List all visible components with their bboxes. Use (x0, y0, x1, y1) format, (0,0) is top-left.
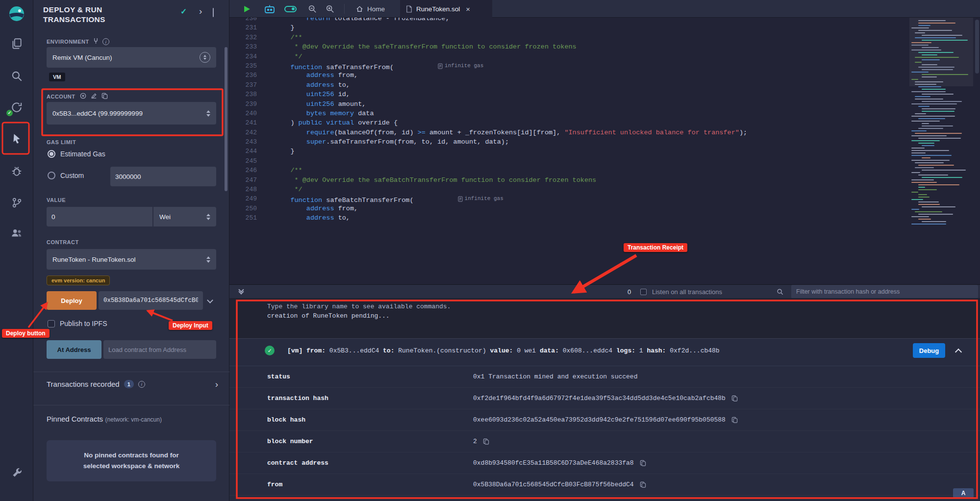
value-input[interactable] (47, 207, 152, 226)
line-number[interactable]: 234 (229, 52, 264, 61)
line-number[interactable]: 245 (229, 156, 264, 166)
copilot-toggle-icon[interactable] (284, 0, 297, 18)
zoom-in-icon[interactable] (326, 0, 334, 18)
line-number[interactable]: 232 (229, 33, 264, 42)
code-line[interactable]: 251 address to, (229, 213, 980, 223)
line-number[interactable]: 248 (229, 185, 264, 194)
code-line[interactable]: 244 } (229, 147, 980, 156)
deploy-button[interactable]: Deploy (47, 291, 97, 310)
collapse-receipt-icon[interactable] (955, 349, 962, 355)
code-line[interactable]: 243 super.safeTransferFrom(from, to, id,… (229, 137, 980, 147)
line-number[interactable]: 233 (229, 42, 264, 51)
line-number[interactable]: 240 (229, 109, 264, 118)
line-number[interactable]: 247 (229, 175, 264, 185)
code-line[interactable]: 231 } (229, 23, 980, 32)
line-number[interactable]: 242 (229, 128, 264, 137)
estimated-gas-radio[interactable] (48, 150, 55, 158)
environment-stepper-icon[interactable] (200, 52, 210, 63)
panel-scrollbar[interactable] (225, 47, 227, 191)
search-icon[interactable] (8, 68, 25, 84)
environment-info-icon[interactable] (102, 38, 109, 45)
code-line[interactable]: 233 * @dev Override the safeTransferFrom… (229, 42, 980, 51)
listen-checkbox[interactable] (640, 285, 647, 299)
file-explorer-icon[interactable] (8, 35, 25, 52)
panel-layout-icon[interactable] (213, 8, 214, 17)
code-line[interactable]: 245 (229, 156, 980, 166)
line-number[interactable]: 251 (229, 213, 264, 223)
unit-stepper-icon[interactable] (206, 214, 210, 220)
terminal-expand-icon[interactable] (239, 285, 243, 299)
remix-ai-icon[interactable] (264, 0, 276, 18)
panel-forward-icon[interactable] (199, 6, 202, 16)
copy-icon[interactable] (640, 460, 646, 466)
transactions-info-icon[interactable] (138, 381, 145, 388)
tab-runetoken[interactable]: RuneToken.sol (400, 0, 492, 18)
remix-logo[interactable] (7, 4, 26, 24)
deploy-input[interactable] (99, 291, 203, 310)
code-line[interactable]: 239 uint256 amount, (229, 100, 980, 109)
line-number[interactable]: 241 (229, 118, 264, 127)
debugger-icon[interactable] (8, 163, 25, 179)
line-number[interactable]: 236 (229, 71, 264, 80)
contract-stepper-icon[interactable] (206, 256, 210, 263)
code-line[interactable]: 248 */ (229, 185, 980, 194)
publish-ipfs-checkbox[interactable] (48, 320, 55, 327)
code-line[interactable]: 238 uint256 id, (229, 90, 980, 99)
copy-icon[interactable] (483, 438, 489, 445)
code-editor[interactable]: 230 return totalBalance - frozenBalance;… (229, 18, 980, 284)
at-address-button[interactable]: At Address (47, 340, 101, 359)
debug-button[interactable]: Debug (913, 343, 945, 358)
transaction-filter-input[interactable] (791, 285, 978, 299)
code-line[interactable]: 237 address to, (229, 80, 980, 90)
at-address-input[interactable] (103, 340, 216, 359)
line-number[interactable]: 231 (229, 23, 264, 32)
line-number[interactable]: 250 (229, 204, 264, 213)
code-line[interactable]: 246 /** (229, 166, 980, 175)
code-line[interactable]: 247 * @dev Override the safeBatchTransfe… (229, 175, 980, 185)
gas-limit-input[interactable] (110, 167, 216, 186)
copy-icon[interactable] (731, 395, 738, 401)
git-branch-icon[interactable] (8, 194, 25, 211)
custom-gas-radio[interactable] (48, 172, 55, 179)
deploy-and-run-icon[interactable] (8, 130, 25, 147)
account-stepper-icon[interactable] (206, 110, 210, 117)
add-account-icon[interactable] (80, 92, 86, 101)
tab-home[interactable]: Home (350, 0, 391, 18)
code-line[interactable]: 235 function safeTransferFrom(infinite g… (229, 61, 980, 71)
code-line[interactable]: 232 /** (229, 33, 980, 42)
code-line[interactable]: 242 require(balanceOf(from, id) >= amoun… (229, 128, 980, 137)
code-line[interactable]: 250 address from, (229, 204, 980, 213)
receipt-header[interactable]: [vm] from: 0x5B3...eddC4 to: RuneToken.(… (229, 339, 980, 366)
copy-icon[interactable] (640, 481, 646, 488)
line-number[interactable]: 243 (229, 137, 264, 147)
line-number[interactable]: 244 (229, 147, 264, 156)
line-number[interactable]: 239 (229, 100, 264, 109)
account-select[interactable]: 0x5B3...eddC4 (99.999999999 (47, 102, 216, 125)
line-number[interactable]: 249 (229, 194, 264, 203)
plugin-manager-icon[interactable] (8, 225, 25, 241)
deploy-expand-icon[interactable] (207, 297, 213, 303)
line-number[interactable]: 238 (229, 90, 264, 99)
sign-account-icon[interactable] (91, 92, 97, 101)
fork-icon[interactable] (93, 37, 99, 46)
value-unit-select[interactable]: Wei (153, 207, 216, 226)
copy-account-icon[interactable] (101, 92, 108, 101)
code-line[interactable]: 241 ) public virtual override { (229, 118, 980, 127)
copy-icon[interactable] (731, 417, 738, 423)
line-number[interactable]: 230 (229, 18, 264, 23)
transactions-expand-icon[interactable] (215, 379, 218, 389)
code-line[interactable]: 236 address from, (229, 71, 980, 80)
zoom-out-icon[interactable] (308, 0, 317, 18)
environment-select[interactable]: Remix VM (Cancun) (47, 47, 216, 68)
line-number[interactable]: 235 (229, 61, 264, 71)
contract-select[interactable]: RuneToken - RuneToken.sol (47, 249, 216, 270)
code-line[interactable]: 249 function safeBatchTransferFrom(infin… (229, 194, 980, 203)
settings-icon[interactable] (8, 465, 25, 481)
minimap[interactable] (909, 19, 973, 232)
tab-close-icon[interactable] (466, 5, 470, 13)
code-line[interactable]: 234 */ (229, 52, 980, 61)
terminal-search-icon[interactable] (777, 285, 783, 299)
line-number[interactable]: 246 (229, 166, 264, 175)
line-number[interactable]: 237 (229, 80, 264, 90)
code-line[interactable]: 230 return totalBalance - frozenBalance; (229, 18, 980, 23)
